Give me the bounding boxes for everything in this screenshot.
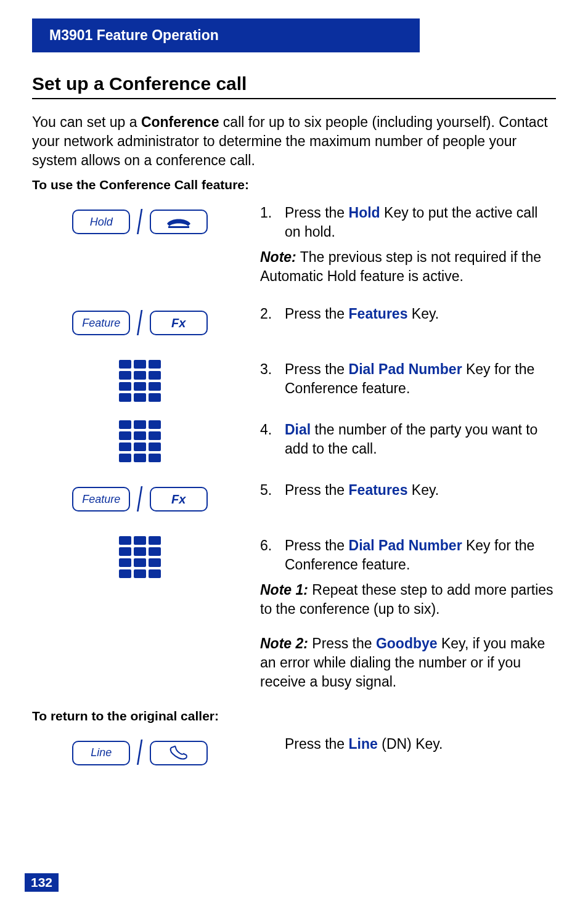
- feature-key-label: Feature: [72, 487, 130, 512]
- step5-number: 5.: [260, 481, 276, 500]
- dial-pad-icon: [119, 420, 161, 462]
- step6-number: 6.: [260, 536, 276, 555]
- step6-text: 6. Press the Dial Pad Number Key for the…: [260, 536, 556, 691]
- features-key-name: Features: [349, 306, 408, 322]
- dial-pad-number-key-name: Dial Pad Number: [349, 537, 462, 553]
- hold-icon-key: [150, 210, 208, 234]
- goodbye-key-name: Goodbye: [376, 635, 438, 651]
- step4-text: 4. Dial the number of the party you want…: [260, 420, 556, 459]
- slash-icon: /: [137, 739, 142, 767]
- step4-key-illustration: [32, 420, 248, 462]
- dial-key-name: Dial: [285, 422, 311, 438]
- header-bar: M3901 Feature Operation: [32, 18, 420, 52]
- step6-key-illustration: [32, 536, 248, 578]
- step2-number: 2.: [260, 304, 276, 324]
- step5-text: 5. Press the Features Key.: [260, 481, 556, 500]
- slash-icon: /: [137, 486, 142, 513]
- hold-key-name: Hold: [349, 205, 380, 221]
- step5-key-illustration: Feature / Fx: [32, 481, 248, 518]
- line-key-label: Line: [72, 741, 130, 765]
- step1-text: 1. Press the Hold Key to put the active …: [260, 203, 556, 286]
- header-title: M3901 Feature Operation: [49, 27, 219, 43]
- dial-pad-number-key-name: Dial Pad Number: [349, 361, 462, 377]
- step3-key-illustration: [32, 360, 248, 402]
- note2-label: Note 2:: [260, 635, 308, 651]
- slash-icon: /: [137, 208, 142, 236]
- hold-key-label: Hold: [72, 210, 130, 234]
- handset-on-hook-icon: [165, 215, 193, 229]
- intro-paragraph: You can set up a Conference call for up …: [32, 113, 556, 170]
- intro-pre: You can set up a: [32, 114, 141, 130]
- return-text: Press the Line (DN) Key.: [260, 735, 556, 754]
- dial-pad-icon: [119, 360, 161, 402]
- page-number: 132: [25, 873, 59, 892]
- fx-key: Fx: [150, 311, 208, 335]
- steps-grid: Hold / 1. Press the Hold Key to put the …: [32, 203, 556, 691]
- handset-icon: [166, 745, 191, 761]
- return-heading: To return to the original caller:: [32, 709, 556, 724]
- section-title: Set up a Conference call: [32, 73, 556, 94]
- feature-key-label: Feature: [72, 311, 130, 335]
- step2-text: 2. Press the Features Key.: [260, 304, 556, 324]
- features-key-name: Features: [349, 482, 408, 498]
- step4-number: 4.: [260, 420, 276, 439]
- line-key-name: Line: [349, 736, 378, 752]
- note-label: Note:: [260, 249, 296, 265]
- use-heading: To use the Conference Call feature:: [32, 177, 556, 192]
- note1-label: Note 1:: [260, 582, 308, 598]
- svg-rect-0: [168, 226, 189, 228]
- step3-text: 3. Press the Dial Pad Number Key for the…: [260, 360, 556, 398]
- step1-key-illustration: Hold /: [32, 203, 248, 240]
- intro-bold: Conference: [141, 114, 219, 130]
- return-grid: Line / Press the Line (DN) Key.: [32, 735, 556, 772]
- handset-icon-key: [150, 741, 208, 765]
- slash-icon: /: [137, 309, 142, 337]
- dial-pad-icon: [119, 536, 161, 578]
- page: M3901 Feature Operation Set up a Confere…: [0, 0, 588, 909]
- fx-key: Fx: [150, 487, 208, 512]
- section-rule: [32, 98, 556, 99]
- step1-number: 1.: [260, 203, 276, 222]
- step2-key-illustration: Feature / Fx: [32, 304, 248, 341]
- return-key-illustration: Line /: [32, 735, 248, 772]
- step3-number: 3.: [260, 360, 276, 379]
